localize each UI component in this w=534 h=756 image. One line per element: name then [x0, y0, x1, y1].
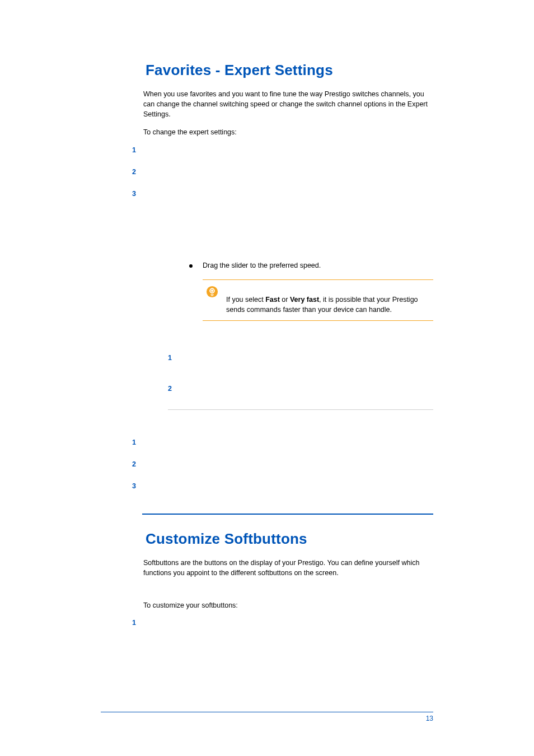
step-number: 2: [132, 167, 142, 176]
primary-steps-b: 1 2 3: [132, 438, 433, 490]
speed-section: Drag the slider to the preferred speed. …: [189, 262, 433, 321]
footer-rule: [101, 712, 433, 712]
tip-bold-fast: Fast: [265, 296, 280, 304]
step-row: 1: [132, 146, 433, 154]
tip-fragment: If you select: [226, 296, 265, 304]
step-number: 3: [132, 189, 142, 198]
nested-steps: 1 2: [168, 353, 433, 393]
softbutton-steps: 1: [132, 618, 433, 627]
section-title-favorites: Favorites - Expert Settings: [146, 62, 433, 79]
tip-bold-very-fast: Very fast: [290, 296, 319, 304]
step-number: 1: [132, 618, 142, 627]
step-row: 1: [168, 353, 433, 362]
lead-paragraph: To change the expert settings:: [143, 127, 428, 137]
tip-text: If you select Fast or Very fast, it is p…: [226, 286, 430, 315]
step-number: 1: [132, 146, 142, 154]
step-number: 2: [132, 460, 142, 468]
lightbulb-icon: [206, 286, 218, 298]
page-number: 13: [101, 715, 433, 722]
svg-point-3: [211, 290, 213, 292]
step-number: 1: [132, 438, 142, 446]
bullet-text: Drag the slider to the preferred speed.: [203, 262, 433, 269]
bullet-icon: [189, 264, 193, 268]
bullet-row: Drag the slider to the preferred speed.: [189, 262, 433, 269]
primary-steps-a: 1 2 3: [132, 146, 433, 198]
step-row: 2: [168, 384, 433, 393]
page: Favorites - Expert Settings When you use…: [0, 0, 534, 756]
step-row: 3: [132, 189, 433, 198]
section2-body: Softbuttons are the buttons on the displ…: [143, 558, 433, 610]
lead-paragraph-2: To customize your softbuttons:: [143, 600, 428, 610]
tip-fragment: or: [280, 296, 290, 304]
step-row: 2: [132, 460, 433, 468]
intro-paragraph-2: Softbuttons are the buttons on the displ…: [143, 558, 428, 578]
step-row: 3: [132, 482, 433, 490]
step-row: 1: [132, 618, 433, 627]
section1-body: When you use favorites and you want to f…: [143, 89, 433, 138]
page-footer: 13: [101, 712, 433, 722]
step-number: 1: [168, 353, 178, 362]
section-title-softbuttons: Customize Softbuttons: [146, 530, 433, 548]
tip-box: If you select Fast or Very fast, it is p…: [203, 279, 433, 321]
step-row: 2: [132, 167, 433, 176]
step-row: 1: [132, 438, 433, 446]
intro-paragraph: When you use favorites and you want to f…: [143, 89, 428, 119]
step-number: 3: [132, 482, 142, 490]
step-number: 2: [168, 384, 178, 393]
